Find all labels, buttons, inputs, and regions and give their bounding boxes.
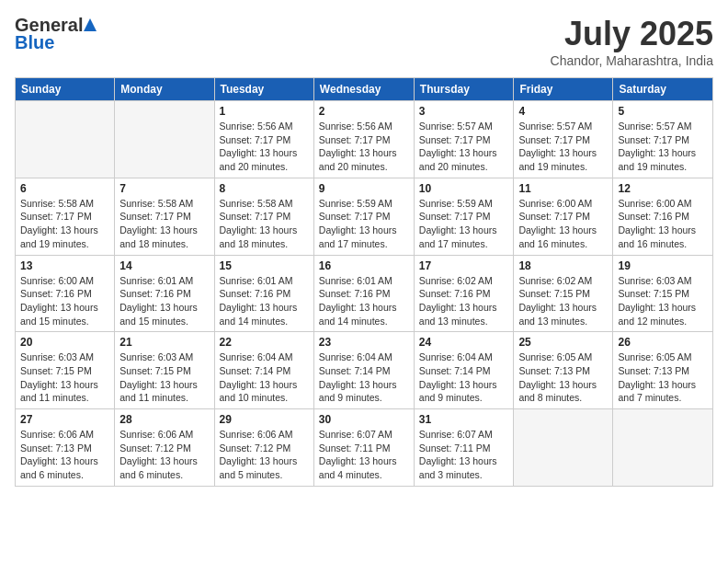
calendar-week-row: 27Sunrise: 6:06 AMSunset: 7:13 PMDayligh… [16, 409, 713, 487]
day-number: 10 [419, 182, 509, 195]
logo-triangle-icon [84, 18, 97, 31]
location-text: Chandor, Maharashtra, India [551, 53, 713, 68]
day-number: 18 [518, 259, 608, 272]
calendar-cell: 25Sunrise: 6:05 AMSunset: 7:13 PMDayligh… [514, 332, 613, 409]
day-number: 17 [419, 259, 509, 272]
cell-content: Sunrise: 5:59 AMSunset: 7:17 PMDaylight:… [319, 197, 409, 251]
cell-content: Sunrise: 6:00 AMSunset: 7:16 PMDaylight:… [618, 197, 708, 251]
day-number: 5 [618, 105, 708, 118]
calendar-cell: 14Sunrise: 6:01 AMSunset: 7:16 PMDayligh… [115, 255, 214, 332]
day-number: 15 [220, 259, 309, 272]
day-number: 4 [518, 105, 608, 118]
day-number: 24 [419, 336, 509, 349]
day-number: 16 [319, 259, 409, 272]
svg-marker-0 [84, 18, 97, 31]
cell-content: Sunrise: 6:01 AMSunset: 7:16 PMDaylight:… [119, 274, 209, 328]
day-number: 11 [518, 182, 608, 195]
cell-content: Sunrise: 6:06 AMSunset: 7:13 PMDaylight:… [20, 428, 109, 482]
calendar-cell: 15Sunrise: 6:01 AMSunset: 7:16 PMDayligh… [214, 255, 313, 332]
day-number: 3 [419, 105, 509, 118]
calendar-cell: 19Sunrise: 6:03 AMSunset: 7:15 PMDayligh… [613, 255, 713, 332]
cell-content: Sunrise: 6:06 AMSunset: 7:12 PMDaylight:… [119, 428, 209, 482]
calendar-cell: 1Sunrise: 5:56 AMSunset: 7:17 PMDaylight… [214, 101, 313, 178]
cell-content: Sunrise: 6:04 AMSunset: 7:14 PMDaylight:… [220, 350, 309, 405]
day-number: 12 [618, 182, 708, 195]
column-header-saturday: Saturday [613, 78, 713, 101]
page-header: General Blue July 2025 Chandor, Maharash… [15, 15, 713, 68]
day-number: 28 [119, 413, 209, 426]
logo: General Blue [15, 15, 97, 53]
calendar-cell: 9Sunrise: 5:59 AMSunset: 7:17 PMDaylight… [313, 178, 414, 255]
day-number: 21 [119, 336, 209, 349]
calendar-cell [115, 101, 214, 178]
cell-content: Sunrise: 6:04 AMSunset: 7:14 PMDaylight:… [419, 350, 509, 405]
cell-content: Sunrise: 6:06 AMSunset: 7:12 PMDaylight:… [220, 428, 309, 482]
day-number: 29 [220, 413, 309, 426]
column-header-wednesday: Wednesday [313, 78, 414, 101]
calendar-cell [16, 101, 115, 178]
cell-content: Sunrise: 6:05 AMSunset: 7:13 PMDaylight:… [618, 350, 708, 405]
calendar-cell: 4Sunrise: 5:57 AMSunset: 7:17 PMDaylight… [514, 101, 613, 178]
cell-content: Sunrise: 5:59 AMSunset: 7:17 PMDaylight:… [419, 197, 509, 251]
calendar-cell: 21Sunrise: 6:03 AMSunset: 7:15 PMDayligh… [115, 332, 214, 409]
calendar-cell: 8Sunrise: 5:58 AMSunset: 7:17 PMDaylight… [214, 178, 313, 255]
calendar-week-row: 13Sunrise: 6:00 AMSunset: 7:16 PMDayligh… [16, 255, 713, 332]
cell-content: Sunrise: 6:01 AMSunset: 7:16 PMDaylight:… [319, 274, 409, 328]
calendar-cell [514, 409, 613, 487]
day-number: 27 [20, 413, 109, 426]
calendar-cell: 30Sunrise: 6:07 AMSunset: 7:11 PMDayligh… [313, 409, 414, 487]
calendar-cell: 20Sunrise: 6:03 AMSunset: 7:15 PMDayligh… [16, 332, 115, 409]
day-number: 13 [20, 259, 109, 272]
day-number: 2 [319, 105, 409, 118]
day-number: 25 [518, 336, 608, 349]
calendar-cell: 16Sunrise: 6:01 AMSunset: 7:16 PMDayligh… [313, 255, 414, 332]
calendar-cell: 2Sunrise: 5:56 AMSunset: 7:17 PMDaylight… [313, 101, 414, 178]
cell-content: Sunrise: 6:03 AMSunset: 7:15 PMDaylight:… [119, 350, 209, 405]
calendar-cell: 11Sunrise: 6:00 AMSunset: 7:17 PMDayligh… [514, 178, 613, 255]
calendar-cell: 17Sunrise: 6:02 AMSunset: 7:16 PMDayligh… [414, 255, 514, 332]
cell-content: Sunrise: 5:57 AMSunset: 7:17 PMDaylight:… [419, 120, 509, 174]
title-area: July 2025 Chandor, Maharashtra, India [551, 15, 713, 68]
day-number: 8 [220, 182, 309, 195]
cell-content: Sunrise: 5:56 AMSunset: 7:17 PMDaylight:… [220, 120, 309, 174]
cell-content: Sunrise: 6:05 AMSunset: 7:13 PMDaylight:… [518, 350, 608, 405]
calendar-cell: 5Sunrise: 5:57 AMSunset: 7:17 PMDaylight… [613, 101, 713, 178]
day-number: 22 [220, 336, 309, 349]
calendar-cell: 28Sunrise: 6:06 AMSunset: 7:12 PMDayligh… [115, 409, 214, 487]
calendar-cell: 10Sunrise: 5:59 AMSunset: 7:17 PMDayligh… [414, 178, 514, 255]
cell-content: Sunrise: 5:57 AMSunset: 7:17 PMDaylight:… [618, 120, 708, 174]
day-number: 31 [419, 413, 509, 426]
calendar-cell: 7Sunrise: 5:58 AMSunset: 7:17 PMDaylight… [115, 178, 214, 255]
calendar-cell: 18Sunrise: 6:02 AMSunset: 7:15 PMDayligh… [514, 255, 613, 332]
calendar-cell: 24Sunrise: 6:04 AMSunset: 7:14 PMDayligh… [414, 332, 514, 409]
calendar-week-row: 6Sunrise: 5:58 AMSunset: 7:17 PMDaylight… [16, 178, 713, 255]
cell-content: Sunrise: 6:01 AMSunset: 7:16 PMDaylight:… [220, 274, 309, 328]
column-header-thursday: Thursday [414, 78, 514, 101]
calendar-cell: 12Sunrise: 6:00 AMSunset: 7:16 PMDayligh… [613, 178, 713, 255]
column-header-monday: Monday [115, 78, 214, 101]
cell-content: Sunrise: 6:03 AMSunset: 7:15 PMDaylight:… [618, 274, 708, 328]
column-header-friday: Friday [514, 78, 613, 101]
cell-content: Sunrise: 6:02 AMSunset: 7:16 PMDaylight:… [419, 274, 509, 328]
cell-content: Sunrise: 5:58 AMSunset: 7:17 PMDaylight:… [220, 197, 309, 251]
calendar-cell: 22Sunrise: 6:04 AMSunset: 7:14 PMDayligh… [214, 332, 313, 409]
cell-content: Sunrise: 5:57 AMSunset: 7:17 PMDaylight:… [518, 120, 608, 174]
logo-blue-text: Blue [15, 32, 54, 53]
day-number: 6 [20, 182, 109, 195]
calendar-cell: 6Sunrise: 5:58 AMSunset: 7:17 PMDaylight… [16, 178, 115, 255]
calendar-cell [613, 409, 713, 487]
calendar-cell: 26Sunrise: 6:05 AMSunset: 7:13 PMDayligh… [613, 332, 713, 409]
calendar-cell: 27Sunrise: 6:06 AMSunset: 7:13 PMDayligh… [16, 409, 115, 487]
calendar-cell: 31Sunrise: 6:07 AMSunset: 7:11 PMDayligh… [414, 409, 514, 487]
calendar-cell: 23Sunrise: 6:04 AMSunset: 7:14 PMDayligh… [313, 332, 414, 409]
cell-content: Sunrise: 6:02 AMSunset: 7:15 PMDaylight:… [518, 274, 608, 328]
day-number: 14 [119, 259, 209, 272]
day-number: 19 [618, 259, 708, 272]
day-number: 9 [319, 182, 409, 195]
cell-content: Sunrise: 5:56 AMSunset: 7:17 PMDaylight:… [319, 120, 409, 174]
calendar-week-row: 20Sunrise: 6:03 AMSunset: 7:15 PMDayligh… [16, 332, 713, 409]
calendar-cell: 13Sunrise: 6:00 AMSunset: 7:16 PMDayligh… [16, 255, 115, 332]
cell-content: Sunrise: 6:03 AMSunset: 7:15 PMDaylight:… [20, 350, 109, 405]
cell-content: Sunrise: 6:07 AMSunset: 7:11 PMDaylight:… [419, 428, 509, 482]
cell-content: Sunrise: 6:00 AMSunset: 7:16 PMDaylight:… [20, 274, 109, 328]
